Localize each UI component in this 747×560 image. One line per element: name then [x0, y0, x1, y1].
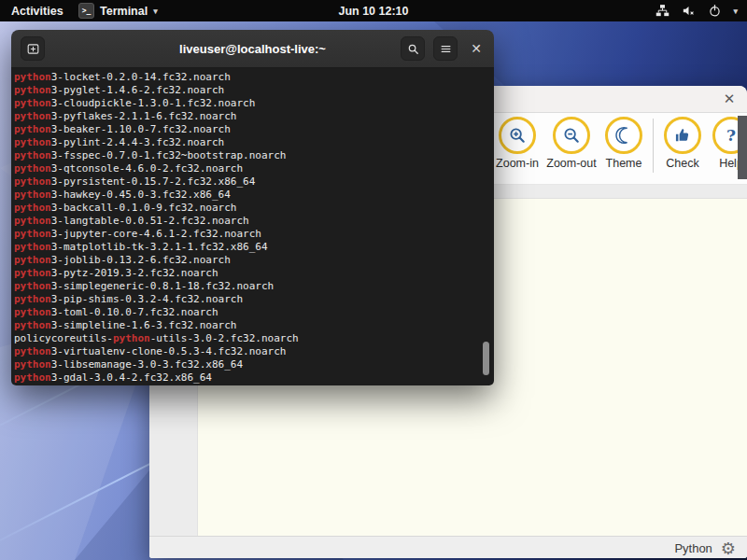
package-line: python3-libsemanage-3.0-3.fc32.x86_64 [14, 358, 494, 371]
app-menu-terminal[interactable]: >_ Terminal ▾ [78, 0, 158, 21]
activities-button[interactable]: Activities [0, 0, 75, 21]
terminal-output[interactable]: python3-locket-0.2.0-14.fc32.noarchpytho… [11, 68, 494, 385]
zoom-in-button[interactable]: Zoom-in [491, 117, 543, 170]
hamburger-menu-icon [439, 42, 453, 56]
package-line: python3-joblib-0.13.2-6.fc32.noarch [14, 254, 494, 267]
zoom-in-icon [499, 117, 536, 154]
package-line: python3-cloudpickle-1.3.0-1.fc32.noarch [14, 97, 494, 110]
gnome-top-bar: Activities >_ Terminal ▾ Jun 10 12:10 ▾ [0, 0, 747, 21]
tool-label: Theme [606, 157, 642, 170]
search-icon [406, 42, 420, 56]
package-line: python3-pip-shims-0.3.2-4.fc32.noarch [14, 293, 494, 306]
gear-icon[interactable]: ⚙ [721, 540, 736, 557]
terminal-titlebar[interactable]: liveuser@localhost-live:~ ✕ [11, 30, 494, 68]
new-tab-button[interactable] [21, 36, 45, 61]
menu-button[interactable] [433, 36, 458, 61]
mu-status-bar: Python ⚙ [149, 536, 747, 558]
package-line: python3-simplegeneric-0.8.1-18.fc32.noar… [14, 280, 494, 293]
power-icon [707, 3, 723, 19]
package-line: python3-pyrsistent-0.15.7-2.fc32.x86_64 [14, 175, 494, 189]
toolbar-separator [653, 119, 654, 173]
zoom-out-icon [553, 117, 590, 154]
package-line: python3-qtconsole-4.6.0-2.fc32.noarch [14, 162, 494, 175]
package-line: python3-virtualenv-clone-0.5.3-4.fc32.no… [14, 345, 494, 358]
thumbs-up-icon [664, 117, 701, 154]
terminal-window: liveuser@localhost-live:~ ✕ python3-lock… [11, 30, 494, 385]
tool-label: Check [666, 157, 698, 170]
package-line: python3-pyflakes-2.1.1-6.fc32.noarch [14, 110, 494, 123]
package-line: python3-toml-0.10.0-7.fc32.noarch [14, 306, 494, 319]
network-wired-icon [655, 3, 670, 19]
language-mode-label[interactable]: Python [674, 541, 712, 555]
package-line: python3-locket-0.2.0-14.fc32.noarch [14, 71, 494, 84]
package-line: python3-hawkey-0.45.0-3.fc32.x86_64 [14, 189, 494, 202]
package-line: python3-jupyter-core-4.6.1-2.fc32.noarch [14, 228, 494, 241]
system-tray[interactable]: ▾ [655, 0, 741, 21]
chevron-down-icon: ▾ [733, 7, 738, 16]
toolbar-extension-button[interactable] [738, 116, 747, 179]
package-line: python3-beaker-1.10.0-7.fc32.noarch [14, 123, 494, 136]
search-button[interactable] [401, 36, 425, 61]
package-line: python3-langtable-0.0.51-2.fc32.noarch [14, 215, 494, 228]
package-line: python3-backcall-0.1.0-9.fc32.noarch [14, 202, 494, 215]
check-button[interactable]: Check [658, 117, 707, 170]
tool-label: Zoom-in [496, 157, 539, 170]
new-tab-icon [25, 41, 41, 57]
app-menu-label: Terminal [100, 5, 148, 18]
package-line: python3-gdal-3.0.4-2.fc32.x86_64 [14, 371, 494, 385]
package-line: python3-pytz-2019.3-2.fc32.noarch [14, 267, 494, 280]
package-line: python3-matplotlib-tk-3.2.1-1.fc32.x86_6… [14, 241, 494, 254]
package-line: policycoreutils-python-utils-3.0-2.fc32.… [14, 332, 494, 345]
theme-button[interactable]: Theme [599, 117, 648, 170]
close-icon[interactable]: ✕ [466, 38, 486, 59]
close-icon[interactable]: ✕ [720, 90, 739, 108]
package-line: python3-pylint-2.4.4-3.fc32.noarch [14, 136, 494, 149]
scrollbar-thumb[interactable] [483, 342, 489, 375]
package-line: python3-pyglet-1.4.6-2.fc32.noarch [14, 84, 494, 97]
volume-muted-icon [681, 3, 697, 19]
package-line: python3-simpleline-1.6-3.fc32.noarch [14, 319, 494, 332]
tool-label: Zoom-out [546, 157, 597, 170]
chevron-down-icon: ▾ [153, 7, 158, 16]
package-line: python3-fsspec-0.7.0-1.fc32~bootstrap.no… [14, 149, 494, 162]
zoom-out-button[interactable]: Zoom-out [543, 117, 599, 170]
terminal-app-icon: >_ [78, 3, 94, 19]
theme-moon-icon [605, 117, 642, 154]
